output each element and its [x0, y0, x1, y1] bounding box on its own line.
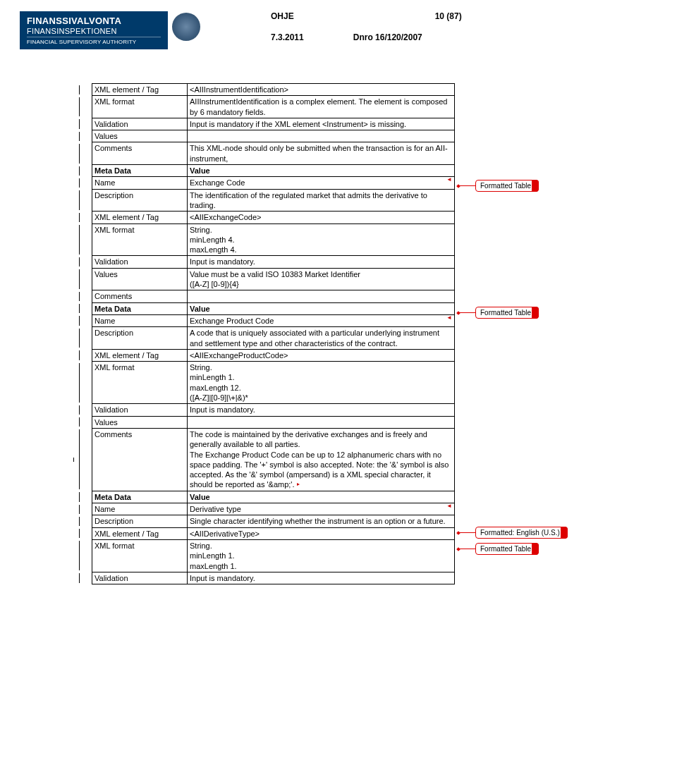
change-bar-icon: [79, 329, 80, 348]
table-row: XML formatString.minLength 1.maxLength 1…: [92, 362, 455, 404]
table-row: Meta DataValue: [92, 491, 455, 503]
row-value: Input is mandatory.: [188, 404, 455, 416]
row-key: XML element / Tag: [92, 349, 188, 361]
row-key: Validation: [92, 572, 188, 584]
table-row: XML element / Tag<AIIExchangeCode>: [92, 212, 455, 223]
change-bar-icon: [79, 190, 80, 210]
row-value: Input is mandatory.: [188, 572, 455, 584]
change-bar-icon: [79, 144, 80, 164]
row-key: Meta Data: [92, 165, 188, 177]
row-key: XML format: [92, 223, 188, 256]
revision-caret-icon: ◄: [446, 314, 452, 321]
change-bar-icon: [79, 119, 80, 128]
row-key: Values: [92, 416, 188, 428]
revision-callout-4: Formatted Table: [457, 543, 539, 555]
table-row: ValidationInput is mandatory.: [92, 404, 455, 416]
row-key: Name: [92, 177, 188, 189]
row-key: Description: [92, 327, 188, 350]
row-value: A code that is uniquely associated with …: [188, 327, 455, 350]
table-row: XML formatString.minLength 4.maxLength 4…: [92, 223, 455, 256]
row-key: Name: [92, 503, 188, 515]
table-row: ValidationInput is mandatory.: [92, 572, 455, 584]
row-value: <AIIExchangeProductCode>: [188, 349, 455, 361]
table-row: XML element / Tag<AIIExchangeProductCode…: [92, 349, 455, 361]
table-row: Values: [92, 130, 455, 142]
row-value: <AIIDerivativeType>: [188, 527, 455, 539]
emblem-icon: [172, 13, 200, 41]
row-value: Exchange Code ◄: [188, 177, 455, 189]
callout-label: Formatted Table: [475, 543, 539, 555]
change-bar-icon: [79, 97, 80, 117]
callout-marker-icon: [456, 531, 461, 535]
callout-label: Formatted Table: [475, 307, 539, 319]
change-bar-icon: [79, 316, 80, 325]
row-value: The identification of the regulated mark…: [188, 189, 455, 212]
logo-text-sv: FINANSINSPEKTIONEN: [27, 27, 161, 35]
table-row: XML formatAIIInstrumentIdentification is…: [92, 96, 455, 118]
callout-connector: [458, 312, 475, 313]
row-value: This XML-node should only be submitted w…: [188, 142, 455, 165]
row-value: String.minLength 1.maxLength 1.: [188, 539, 455, 572]
change-bar-icon: [79, 269, 80, 289]
table-row: XML element / Tag<AIIInstrumentIdentific…: [92, 84, 455, 96]
row-value: The code is maintained by the derivative…: [188, 428, 455, 491]
change-bar-icon: [79, 541, 80, 570]
row-key: Validation: [92, 404, 188, 416]
row-key: XML element / Tag: [92, 84, 188, 96]
row-value: <AIIExchangeCode>: [188, 212, 455, 223]
row-key: Comments: [92, 428, 188, 491]
row-key: Validation: [92, 118, 188, 130]
logo-text-fi: FINANSSIVALVONTA: [27, 16, 161, 26]
change-bar-icon: [79, 505, 80, 514]
change-bar-icon: [79, 166, 80, 176]
doc-date: 7.3.2011: [271, 32, 304, 42]
revision-callout-1: Formatted Table: [457, 180, 539, 192]
row-value: [188, 130, 455, 142]
doc-type: OHJE: [271, 11, 294, 21]
document-header: FINANSSIVALVONTA FINANSINSPEKTIONEN FINA…: [0, 0, 677, 55]
table-row: XML formatString.minLength 1.maxLength 1…: [92, 539, 455, 572]
table-row: ValidationInput is mandatory if the XML …: [92, 118, 455, 130]
header-meta: OHJE 10 (87) 7.3.2011 Dnro 16/120/2007: [271, 11, 462, 42]
callout-marker-icon: [456, 311, 461, 315]
change-bar-icon: [79, 529, 80, 538]
callout-marker-icon: [456, 184, 461, 188]
change-bar-icon: [79, 257, 80, 267]
table-row: NameExchange Product Code ◄: [92, 314, 455, 326]
row-value: Value: [188, 165, 455, 177]
row-value: Value: [188, 302, 455, 314]
change-bar-icon: [79, 225, 80, 255]
change-bar-icon: [79, 573, 80, 582]
change-bar-icon: [79, 405, 80, 415]
change-bar-icon: [79, 132, 80, 141]
row-value: Exchange Product Code ◄: [188, 314, 455, 326]
table-row: NameDerivative type ◄: [92, 503, 455, 515]
row-key: Comments: [92, 142, 188, 165]
table-row: Comments: [92, 290, 455, 302]
page-body: XML element / Tag<AIIInstrumentIdentific…: [0, 55, 677, 584]
row-value: Input is mandatory if the XML element <I…: [188, 118, 455, 130]
doc-dnro: Dnro 16/120/2007: [353, 32, 422, 42]
row-value: [188, 416, 455, 428]
change-bar-icon: [79, 304, 80, 313]
table-row: CommentsThe code is maintained by the de…: [92, 428, 455, 491]
table-row: XML element / Tag<AIIDerivativeType>: [92, 527, 455, 539]
row-value: <AIIInstrumentIdentification>: [188, 84, 455, 96]
change-bar-icon: [79, 178, 80, 188]
revision-caret-icon: ◄: [446, 503, 452, 510]
change-bar-icon: [79, 213, 80, 222]
change-bar-icon: [79, 292, 80, 301]
row-key: Meta Data: [92, 302, 188, 314]
row-value: String.minLength 4.maxLength 4.: [188, 223, 455, 256]
row-value: Value: [188, 491, 455, 503]
row-value: AIIInstrumentIdentification is a complex…: [188, 96, 455, 118]
row-key: Values: [92, 130, 188, 142]
row-key: Validation: [92, 256, 188, 268]
authority-logo: FINANSSIVALVONTA FINANSINSPEKTIONEN FINA…: [20, 11, 168, 49]
table-row: NameExchange Code ◄: [92, 177, 455, 189]
page-number: 10 (87): [435, 11, 462, 21]
table-row: DescriptionA code that is uniquely assoc…: [92, 327, 455, 350]
row-key: XML format: [92, 96, 188, 118]
table-row: ValuesValue must be a valid ISO 10383 Ma…: [92, 268, 455, 290]
row-value: Input is mandatory.: [188, 256, 455, 268]
